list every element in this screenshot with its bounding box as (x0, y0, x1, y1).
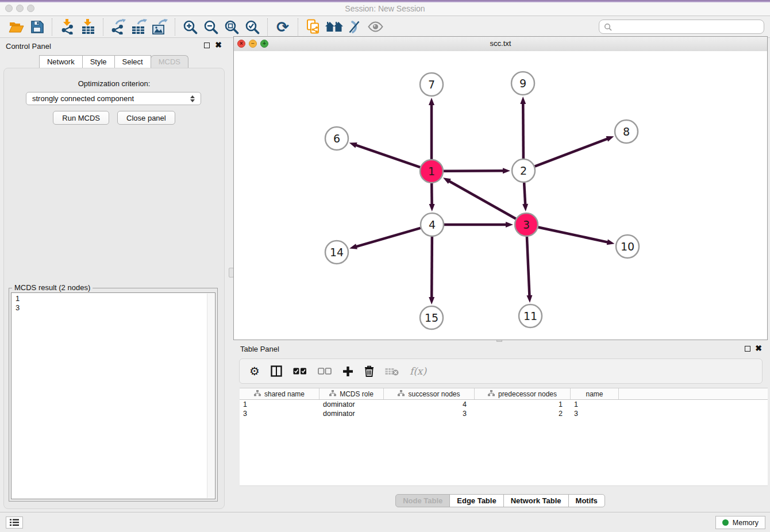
tab-node-table[interactable]: Node Table (395, 494, 450, 507)
column-header-mcds-role[interactable]: MCDS role (319, 388, 384, 399)
table-row[interactable]: 1dominator411 (240, 400, 768, 409)
table-cell[interactable]: 1 (571, 400, 619, 408)
delete-table-button[interactable] (385, 367, 399, 376)
network-canvas[interactable]: 7968124314101511 (234, 51, 767, 340)
export-table-button[interactable] (129, 18, 149, 36)
hierarchy-icon (329, 390, 336, 398)
zoom-fit-button[interactable] (221, 18, 242, 36)
table-cell[interactable]: 1 (475, 400, 571, 408)
control-panel-float-button[interactable] (204, 43, 210, 48)
table-cell[interactable]: 3 (571, 410, 619, 418)
column-header-label: successor nodes (408, 390, 460, 398)
graph-node-label: 2 (520, 164, 527, 177)
mcds-panel: Optimization criterion: strongly connect… (3, 68, 225, 509)
clone-network-icon (306, 19, 321, 34)
zoom-out-button[interactable] (201, 18, 221, 36)
graph-edge-1-6[interactable] (355, 145, 420, 167)
graph-node-label: 11 (523, 310, 537, 322)
graph-node-label: 4 (429, 218, 436, 231)
tab-style[interactable]: Style (82, 55, 115, 68)
add-column-button[interactable] (342, 366, 353, 377)
table-options-button[interactable]: ⚙ (249, 365, 260, 377)
table-toolbar: ⚙ (239, 358, 763, 384)
memory-button[interactable]: Memory (715, 516, 765, 529)
table-cell[interactable]: dominator (319, 400, 384, 408)
network-window-titlebar[interactable]: × − + scc.txt (234, 37, 767, 52)
open-session-button[interactable] (6, 18, 26, 36)
zoom-selected-button[interactable] (242, 18, 263, 36)
save-session-button[interactable] (26, 18, 47, 36)
graph-edge-2-3[interactable] (524, 183, 525, 205)
table-cell[interactable]: 3 (240, 410, 319, 418)
table-panel-float-button[interactable] (745, 346, 750, 352)
graph-edge-arrowhead (349, 244, 357, 249)
mcds-result-lines: 13 (16, 294, 215, 313)
search-input[interactable] (615, 22, 759, 32)
graph-edge-3-1[interactable] (449, 181, 516, 219)
select-all-columns-button[interactable] (293, 368, 307, 375)
zoom-in-button[interactable] (180, 18, 201, 36)
column-header-predecessor-nodes[interactable]: predecessor nodes (475, 388, 571, 399)
table-cell[interactable]: 1 (240, 400, 319, 408)
mcds-result-text[interactable]: 13 (11, 292, 215, 499)
hierarchy-icon (398, 390, 405, 398)
refresh-button[interactable]: ⟳ (272, 18, 293, 36)
tab-network[interactable]: Network (39, 55, 83, 68)
preview-eye-button[interactable] (365, 18, 386, 36)
graph-edge-4-14[interactable] (356, 228, 421, 247)
tab-network-table[interactable]: Network Table (503, 494, 569, 507)
table-panel-close-button[interactable]: ✖ (755, 344, 762, 353)
criterion-select[interactable]: strongly connected component (26, 92, 201, 105)
column-header-shared-name[interactable]: shared name (240, 388, 319, 399)
table-row[interactable]: 3dominator323 (240, 409, 768, 418)
column-header-successor-nodes[interactable]: successor nodes (384, 388, 475, 399)
import-table-button[interactable] (78, 18, 98, 36)
network-window: × − + scc.txt 7968124314101511 (233, 36, 768, 340)
function-builder-button[interactable]: f(x) (410, 365, 426, 377)
graph-edge-3-10[interactable] (538, 227, 609, 242)
column-header-label: shared name (264, 390, 305, 398)
export-image-button[interactable] (149, 18, 170, 36)
home-button[interactable] (324, 18, 344, 36)
table-cell[interactable]: dominator (319, 410, 384, 418)
table-header-row: shared nameMCDS rolesuccessor nodesprede… (240, 388, 768, 400)
close-panel-button[interactable]: Close panel (117, 111, 175, 125)
table-cell[interactable]: 4 (384, 400, 475, 408)
tab-motifs[interactable]: Motifs (568, 494, 605, 507)
control-panel-close-button[interactable]: ✖ (215, 40, 222, 49)
show-columns-button[interactable] (271, 365, 282, 377)
graph-edge-1-2[interactable] (444, 171, 504, 171)
graph-node-label: 9 (519, 77, 526, 90)
graph-node-label: 1 (428, 165, 435, 178)
table-panel-title: Table Panel (240, 345, 279, 353)
optimization-criterion-label: Optimization criterion: (4, 79, 224, 88)
result-scrollbar[interactable] (207, 294, 214, 498)
table-cell[interactable]: 2 (475, 410, 571, 418)
unselect-all-columns-button[interactable] (318, 368, 332, 375)
list-icon (10, 519, 19, 526)
table-cell[interactable]: 3 (384, 410, 475, 418)
column-header-label: name (586, 390, 603, 398)
import-network-icon (60, 19, 75, 34)
mcds-result-fieldset: MCDS result (2 nodes) 13 (9, 288, 218, 502)
graph-edge-3-11[interactable] (527, 237, 530, 296)
tab-select[interactable]: Select (114, 55, 151, 68)
import-network-button[interactable] (57, 18, 78, 36)
graph-edge-arrowhead (429, 297, 434, 304)
task-history-button[interactable] (6, 516, 23, 529)
run-mcds-button[interactable]: Run MCDS (53, 111, 109, 125)
zoom-in-icon (183, 20, 198, 34)
column-header-name[interactable]: name (571, 388, 619, 399)
clone-network-button[interactable] (303, 18, 324, 36)
tab-edge-table[interactable]: Edge Table (449, 494, 503, 507)
criterion-select-value: strongly connected component (32, 94, 134, 103)
show-hide-graphics-details-button[interactable] (344, 18, 365, 36)
export-network-button[interactable] (108, 18, 129, 36)
graph-edge-arrowhead (503, 168, 510, 174)
graph-edge-4-15[interactable] (432, 237, 432, 298)
graph-edge-2-8[interactable] (535, 138, 609, 166)
tab-mcds[interactable]: MCDS (151, 55, 188, 68)
main-toolbar: ⟳ (0, 16, 770, 38)
delete-columns-button[interactable] (364, 365, 374, 377)
graph-edge-2-9[interactable] (523, 103, 523, 159)
